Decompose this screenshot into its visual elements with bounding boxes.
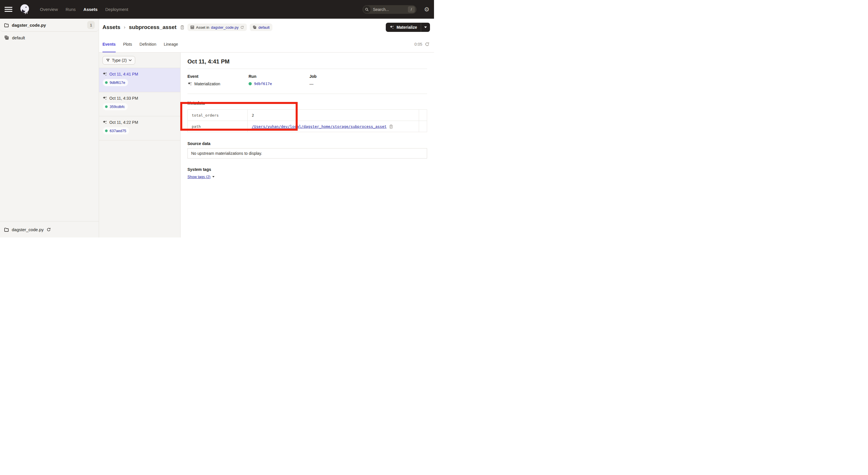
- reload-icon[interactable]: [46, 228, 51, 232]
- event-timestamp[interactable]: Oct 11, 4:41 PM: [110, 72, 138, 77]
- event-list-item[interactable]: Oct 11, 4:33 PM 359cdbfc: [99, 92, 180, 116]
- event-list-item[interactable]: Oct 11, 4:22 PM 637aed75: [99, 116, 180, 141]
- show-tags-toggle[interactable]: Show tags (2): [187, 175, 215, 179]
- run-id-pill[interactable]: 637aed75: [103, 127, 129, 135]
- caret-down-icon: [212, 176, 215, 178]
- materialize-split-button: Materialize: [386, 23, 430, 32]
- nav-item-overview[interactable]: Overview: [40, 7, 58, 12]
- refresh-countdown: 0:05: [414, 42, 422, 47]
- copy-asset-name-icon[interactable]: [180, 25, 185, 30]
- materialization-sparkle-icon: [187, 82, 192, 86]
- bottom-code-location-label: dagster_code.py: [12, 227, 43, 232]
- job-column-label: Job: [309, 74, 317, 79]
- metadata-table: total_orders 2 path /Users/yuhan/dev/loc…: [187, 110, 427, 132]
- event-detail-title: Oct 11, 4:41 PM: [187, 58, 427, 65]
- tab-lineage[interactable]: Lineage: [164, 36, 178, 52]
- event-timestamp[interactable]: Oct 11, 4:22 PM: [110, 120, 138, 125]
- breadcrumb-assets[interactable]: Assets: [102, 24, 120, 30]
- source-data-heading: Source data: [187, 141, 427, 146]
- events-list-panel: Type (2) Oct 11, 4:41 PM 9dbf617e: [99, 53, 181, 237]
- asset-tabs: Events Plots Definition Lineage 0:05: [99, 36, 434, 53]
- breadcrumb-separator: ›: [124, 24, 125, 30]
- metadata-key: total_orders: [188, 110, 248, 121]
- type-filter-label: Type (2): [112, 58, 127, 63]
- materialization-sparkle-icon: [102, 120, 107, 125]
- job-value-empty: —: [309, 82, 313, 86]
- run-id-link[interactable]: 9dbf617e: [110, 81, 125, 85]
- dagster-logo-icon[interactable]: [19, 3, 31, 16]
- metadata-row: total_orders 2: [188, 110, 427, 121]
- system-tags-heading: System tags: [187, 167, 427, 172]
- event-timestamp[interactable]: Oct 11, 4:33 PM: [110, 96, 138, 100]
- nav-links: Overview Runs Assets Deployment: [40, 7, 128, 12]
- sidebar-item-group-default[interactable]: default: [0, 32, 99, 43]
- asset-group-icon: [253, 25, 257, 29]
- materialize-label: Materialize: [396, 25, 417, 30]
- copy-path-icon[interactable]: [389, 124, 393, 129]
- group-tag-label: default: [258, 25, 270, 30]
- settings-gear-icon[interactable]: ⚙: [424, 6, 429, 12]
- event-detail-panel: Oct 11, 4:41 PM Event Materialization Ru…: [181, 53, 434, 237]
- caret-down-icon: [424, 26, 427, 28]
- refresh-timer: 0:05: [414, 36, 429, 52]
- run-id-pill[interactable]: 359cdbfc: [103, 103, 128, 110]
- tab-definition[interactable]: Definition: [140, 36, 156, 52]
- asset-sidebar: dagster_code.py 1 default dagster_code.p…: [0, 19, 99, 237]
- run-id-link[interactable]: 637aed75: [110, 129, 126, 133]
- metadata-row-action: [419, 121, 427, 132]
- search-input[interactable]: Search... /: [363, 5, 416, 14]
- event-type-value: Materialization: [194, 82, 220, 86]
- metadata-heading: Metadata: [187, 101, 427, 106]
- sidebar-item-code-location[interactable]: dagster_code.py 1: [0, 19, 99, 32]
- run-id-pill[interactable]: 9dbf617e: [103, 79, 128, 86]
- asset-table-icon: [190, 25, 194, 29]
- filter-funnel-icon: [106, 58, 110, 62]
- sparkle-icon: [390, 25, 394, 30]
- materialization-sparkle-icon: [102, 96, 107, 100]
- run-column-label: Run: [249, 74, 309, 79]
- materialize-button[interactable]: Materialize: [386, 23, 421, 32]
- search-shortcut-key: /: [408, 6, 415, 12]
- metadata-key: path: [188, 121, 248, 132]
- run-id-link[interactable]: 359cdbfc: [110, 105, 125, 109]
- run-status-dot: [105, 129, 107, 132]
- type-filter-button[interactable]: Type (2): [102, 56, 135, 65]
- event-list-item[interactable]: Oct 11, 4:41 PM 9dbf617e: [99, 68, 180, 92]
- asset-in-code-location-tag[interactable]: Asset in dagster_code.py: [187, 24, 247, 31]
- search-placeholder: Search...: [373, 7, 389, 12]
- folder-icon: [4, 227, 9, 232]
- code-location-link[interactable]: dagster_code.py: [211, 25, 239, 30]
- asset-count-badge: 1: [87, 21, 95, 29]
- source-data-empty-box: No upstream materializations to display.: [187, 148, 427, 158]
- run-status-dot: [105, 81, 107, 84]
- nav-item-runs[interactable]: Runs: [66, 7, 76, 12]
- metadata-value: 2: [248, 110, 419, 121]
- code-location-label: dagster_code.py: [12, 23, 46, 28]
- run-status-dot: [105, 106, 107, 108]
- divider: [187, 94, 427, 94]
- nav-item-deployment[interactable]: Deployment: [105, 7, 128, 12]
- search-icon: [363, 6, 371, 13]
- metadata-path-link[interactable]: /Users/yuhan/dev/local/dagster_home/stor…: [252, 124, 386, 129]
- materialization-sparkle-icon: [102, 72, 107, 77]
- page-header: Assets › subprocess_asset Asset in dagst…: [99, 19, 434, 36]
- metadata-row-action: [419, 110, 427, 121]
- group-tag-default[interactable]: default: [250, 24, 272, 31]
- show-tags-label: Show tags (2): [187, 175, 210, 179]
- event-summary-columns: Event Materialization Run 9dbf617e: [187, 74, 427, 86]
- tab-plots[interactable]: Plots: [123, 36, 132, 52]
- refresh-icon[interactable]: [425, 42, 429, 47]
- run-id-link[interactable]: 9dbf617e: [254, 82, 272, 86]
- page-title-asset-name: subprocess_asset: [129, 24, 177, 30]
- asset-group-icon: [4, 35, 9, 40]
- folder-icon: [4, 23, 9, 28]
- events-content: Type (2) Oct 11, 4:41 PM 9dbf617e: [99, 53, 434, 237]
- nav-item-assets[interactable]: Assets: [84, 7, 98, 12]
- reload-icon[interactable]: [240, 26, 244, 29]
- sidebar-bottom-code-location[interactable]: dagster_code.py: [0, 221, 99, 237]
- filter-row: Type (2): [99, 53, 180, 68]
- tab-events[interactable]: Events: [102, 36, 116, 52]
- menu-icon[interactable]: [5, 7, 12, 12]
- materialize-dropdown-button[interactable]: [421, 23, 430, 32]
- top-nav: Overview Runs Assets Deployment Search..…: [0, 0, 434, 19]
